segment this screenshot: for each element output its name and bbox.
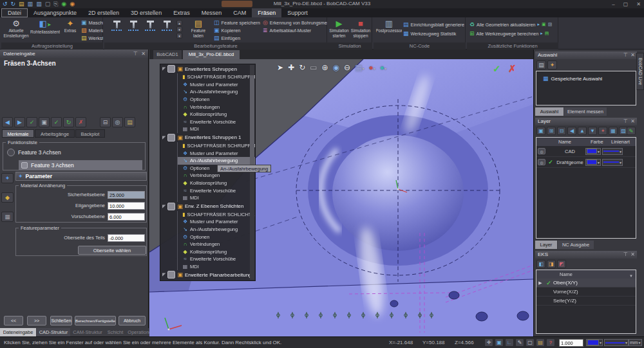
move-down-icon[interactable]: ▼ [588, 127, 597, 135]
menu-ausgangspunkte[interactable]: Ausgangspunkte [28, 8, 82, 17]
maschine-button[interactable]: ▣Maschine▾ [81, 19, 103, 26]
einfuegen-button[interactable]: ▤Einfügen [214, 35, 261, 41]
nav-next-button[interactable]: >> [27, 316, 46, 325]
mini-icon-2[interactable]: ▣ [542, 22, 546, 27]
verify-button[interactable]: ✓ [26, 117, 37, 127]
tree-item[interactable]: Verbindungen [177, 103, 255, 111]
feature-root-item[interactable]: Feature 3 Achsen [7, 149, 61, 156]
eilgangebene-input[interactable] [108, 202, 145, 210]
feature-selected-item[interactable]: Feature 3 Achsen [19, 160, 142, 170]
kopieren-button[interactable]: ▣Kopieren [214, 27, 261, 33]
tree-group[interactable]: ◤▣Erweiterte Planarbearbeitung [160, 270, 255, 279]
tree-item[interactable]: Verbindungen [177, 172, 255, 179]
preview-button[interactable]: ◎ [112, 117, 123, 127]
tree-item[interactable]: SCHAFTFRÄSER SCHLICHTEN [177, 211, 255, 219]
close-button[interactable]: ✕ [636, 0, 641, 8]
tool-page-icon[interactable]: ◆ [1, 192, 14, 203]
copy-layer-icon[interactable]: ⊞ [547, 127, 556, 135]
tab-nc-ausgabe[interactable]: NC Ausgabe [558, 241, 594, 249]
move-up-icon[interactable]: ▲ [578, 127, 587, 135]
einrichtungsblatt-button[interactable]: ▤Einrichtungsblatt generieren▾ [403, 21, 464, 28]
tree-scrollbar[interactable] [250, 65, 254, 280]
menu-fraesen[interactable]: Fräsen [252, 8, 281, 17]
pin-icon[interactable]: ⊤ [133, 50, 138, 58]
tab-auswahl[interactable]: Auswahl [535, 107, 564, 116]
berechnen-fertigstellen-button[interactable]: Berechnen/Fertigstellen [75, 316, 116, 325]
vorschubebene-input[interactable] [108, 213, 145, 221]
settings-button[interactable]: ▤ [124, 117, 135, 127]
close-icon[interactable]: ✕ [141, 50, 146, 58]
menu-datei[interactable]: Datei [1, 8, 28, 17]
tree-item[interactable]: Optionen [177, 96, 255, 104]
pin-icon[interactable]: ⊤ [623, 118, 628, 125]
tree-item[interactable]: MDI [177, 194, 255, 202]
tree-item[interactable]: Erweiterte Vorschübe [177, 255, 255, 263]
mini-icon-1[interactable]: ▸ [538, 22, 540, 27]
layer-tool-icon[interactable]: ▤ [536, 338, 545, 347]
selection-list-button[interactable]: ▤ [536, 60, 546, 69]
color-dropdown[interactable]: ▾ [585, 159, 601, 166]
scroll-up-button[interactable]: ▴ [176, 20, 182, 26]
rohteilassistent-button[interactable]: ◧➤ Rohteilassistent [30, 19, 60, 42]
visibility-eye-icon[interactable]: ◎ [538, 148, 545, 154]
close-icon[interactable]: ✕ [630, 118, 635, 125]
simulation-stoppen-button[interactable]: ■ Simulation stoppen [350, 19, 371, 42]
edit-layer-icon[interactable]: ✎ [627, 127, 636, 135]
display-button[interactable]: ▣ [39, 117, 50, 127]
werkstueck-button[interactable]: ▤Werkstück [81, 35, 103, 41]
tree-item[interactable]: Muster und Parameter [177, 218, 255, 226]
tree-item[interactable]: MDI [177, 125, 255, 133]
scale-input[interactable] [559, 339, 583, 347]
color-dropdown[interactable]: ▾ [585, 148, 601, 155]
milling-feature-3-button[interactable] [143, 20, 157, 39]
move-left-icon[interactable]: ◀ [567, 127, 576, 135]
plane-side-icon[interactable]: ◩ [557, 260, 566, 268]
eks-row-selected[interactable]: ▶ ✓ Oben(X/Y) [536, 279, 636, 288]
layer-row[interactable]: ◎ CAD ▾ ▾ [536, 146, 636, 157]
postprozessor-button[interactable]: ▥ Postprozessor [376, 19, 402, 42]
pin-icon[interactable]: ⊤ [623, 251, 628, 259]
merge-layer-icon[interactable]: ✦ [598, 127, 607, 135]
visibility-eye-icon[interactable]: ◎ [538, 159, 545, 165]
milling-feature-2-button[interactable] [126, 20, 140, 39]
tab-schicht[interactable]: Schicht [105, 328, 126, 336]
tree-item[interactable]: Muster und Parameter [177, 149, 255, 157]
menu-support[interactable]: Support [281, 8, 314, 17]
menu-3d-erstellen[interactable]: 3D erstellen [125, 8, 167, 17]
tree-item[interactable]: SCHAFTFRÄSER SCHRUPPEN [177, 142, 255, 150]
apply-button[interactable]: ✓ [51, 117, 62, 127]
delete-button[interactable]: ⊟ [100, 117, 111, 127]
saved-selection-item[interactable]: ▦ Gespeicherte Auswahl [543, 75, 602, 82]
collapse-icon[interactable]: ◤ [162, 135, 166, 140]
milling-feature-1-button[interactable] [109, 20, 124, 39]
add-layer-icon[interactable]: ▣ [536, 127, 545, 135]
doc-tab-mill-3x-pro[interactable]: Mill_3x_Pro-DE.bbcd [183, 50, 240, 59]
reject-x-icon[interactable]: ✗ [508, 63, 516, 75]
tree-item[interactable]: MDI [177, 263, 255, 271]
mini-icon-4[interactable]: ▸ [540, 31, 543, 36]
rotate-view-icon[interactable]: ↻ [299, 63, 305, 72]
tab-element-messen[interactable]: Element messen [564, 107, 607, 116]
tree-item[interactable]: Kollisionsprüfung [177, 111, 255, 118]
regenerate-button[interactable]: ↻ [63, 117, 74, 127]
help-tool-icon[interactable]: ? [546, 338, 555, 347]
maximize-button[interactable]: ▢ [623, 0, 629, 8]
feature-speichern-button[interactable]: ◫Feature speichern [214, 19, 261, 26]
tab-merkmale[interactable]: Merkmale [2, 129, 34, 138]
material-button[interactable]: ▨Material [81, 27, 103, 33]
forward-button[interactable]: ▶ [14, 117, 25, 127]
tree-group[interactable]: ◤▣Erweitertes Schruppen [160, 64, 255, 73]
view-cube-icon[interactable]: ▦▾ [355, 63, 364, 72]
plane-top-icon[interactable]: ◧ [536, 260, 545, 268]
tab-layer[interactable]: Layer [535, 241, 557, 249]
linestyle-dropdown[interactable]: ▾ [602, 159, 623, 166]
scrollbar-thumb[interactable] [250, 75, 254, 165]
werkzeugweg-statistik-button[interactable]: ▦Werkzeugweg Statistik [403, 30, 464, 37]
orbit-icon[interactable]: ◉ [333, 63, 339, 72]
simulation-starten-button[interactable]: ▶ Simulation starten [328, 19, 350, 42]
show-all-icon[interactable]: ▦ [609, 127, 618, 135]
eks-row[interactable]: Seite(Y/Z) [536, 297, 636, 306]
collapse-icon[interactable]: ◤ [162, 66, 166, 71]
tree-item[interactable]: An-/Ausfahrbewegung [177, 226, 255, 234]
sketch-tool-icon[interactable]: ✎ [515, 338, 524, 347]
